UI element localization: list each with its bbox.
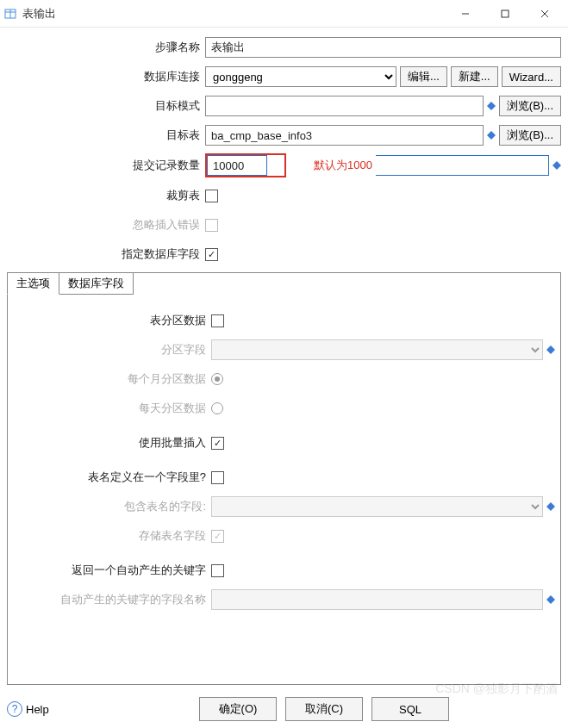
tab-main-body: 表分区数据 分区字段 每个月分区数据 每天分区数据 使用批量插入 ✓ 表名定义在…: [8, 296, 560, 684]
variable-icon: [487, 131, 496, 140]
use-batch-label: 使用批量插入: [13, 435, 211, 451]
target-table-input[interactable]: [205, 125, 484, 146]
commit-size-input[interactable]: [207, 155, 267, 176]
ok-button[interactable]: 确定(O): [199, 697, 277, 721]
autogen-key-field-label: 自动产生的关键字的字段名称: [13, 592, 211, 607]
wizard-button[interactable]: Wizard...: [502, 66, 561, 87]
help-button[interactable]: ? Help: [7, 701, 49, 717]
new-button[interactable]: 新建...: [451, 66, 498, 87]
sql-button[interactable]: SQL: [371, 697, 449, 721]
name-in-field-label: 表名定义在一个字段里?: [13, 470, 211, 485]
autogen-key-field-input: [211, 589, 543, 610]
partition-field-label: 分区字段: [13, 342, 211, 358]
footer: ? Help 确定(O) 取消(C) SQL: [0, 692, 568, 728]
cancel-button[interactable]: 取消(C): [285, 697, 363, 721]
title-bar: 表输出: [0, 0, 568, 28]
specify-fields-label: 指定数据库字段: [7, 246, 205, 262]
name-in-field-checkbox[interactable]: [211, 471, 224, 484]
return-keys-checkbox[interactable]: [211, 564, 224, 577]
target-schema-label: 目标模式: [7, 98, 205, 114]
ignore-errors-checkbox: [205, 219, 218, 232]
commit-annotation: 默认为1000: [314, 158, 372, 173]
partition-daily-radio: [211, 402, 223, 414]
partition-data-label: 表分区数据: [13, 313, 211, 328]
partition-monthly-radio: [211, 373, 223, 385]
table-output-icon: [3, 7, 17, 21]
truncate-checkbox[interactable]: [205, 190, 218, 202]
target-table-label: 目标表: [7, 128, 205, 143]
step-name-label: 步骤名称: [7, 40, 205, 55]
variable-icon: [546, 595, 555, 604]
variable-icon: [546, 502, 555, 511]
variable-icon: [546, 345, 555, 354]
browse-table-button[interactable]: 浏览(B)...: [499, 125, 561, 146]
variable-icon: [487, 102, 496, 110]
truncate-label: 裁剪表: [7, 188, 205, 203]
field-with-name-label: 包含表名的字段:: [13, 499, 211, 514]
commit-field-extent: [376, 155, 549, 176]
close-button[interactable]: [525, 1, 565, 27]
db-connection-select[interactable]: gonggeng: [205, 66, 396, 87]
minimize-button[interactable]: [446, 1, 485, 27]
store-name-field-checkbox: ✓: [211, 530, 224, 543]
variable-icon: [552, 161, 561, 170]
svg-rect-4: [502, 10, 509, 17]
edit-button[interactable]: 编辑...: [400, 66, 447, 87]
browse-schema-button[interactable]: 浏览(B)...: [499, 96, 561, 116]
db-connection-label: 数据库连接: [7, 69, 205, 84]
specify-fields-checkbox[interactable]: ✓: [205, 248, 218, 261]
partition-monthly-label: 每个月分区数据: [13, 371, 211, 387]
partition-daily-label: 每天分区数据: [13, 401, 211, 416]
window-title: 表输出: [22, 6, 446, 22]
partition-field-select: [211, 339, 543, 360]
use-batch-checkbox[interactable]: ✓: [211, 437, 224, 450]
top-form: 步骤名称 数据库连接 gonggeng 编辑... 新建... Wizard..…: [0, 28, 568, 272]
field-with-name-select: [211, 496, 543, 517]
commit-highlight: [205, 153, 286, 177]
maximize-button[interactable]: [485, 1, 525, 27]
commit-size-label: 提交记录数量: [7, 158, 205, 173]
store-name-field-label: 存储表名字段: [13, 528, 211, 544]
tab-container: 主选项 数据库字段 表分区数据 分区字段 每个月分区数据 每天分区数据 使用批量…: [7, 272, 561, 685]
tab-main[interactable]: 主选项: [7, 272, 59, 295]
ignore-errors-label: 忽略插入错误: [7, 217, 205, 233]
help-label: Help: [26, 703, 49, 716]
step-name-input[interactable]: [205, 37, 561, 58]
partition-data-checkbox[interactable]: [211, 314, 224, 327]
return-keys-label: 返回一个自动产生的关键字: [13, 563, 211, 578]
help-icon: ?: [7, 701, 22, 717]
target-schema-input[interactable]: [205, 96, 484, 116]
tab-row: 主选项 数据库字段: [7, 272, 559, 295]
tab-fields[interactable]: 数据库字段: [59, 272, 134, 295]
